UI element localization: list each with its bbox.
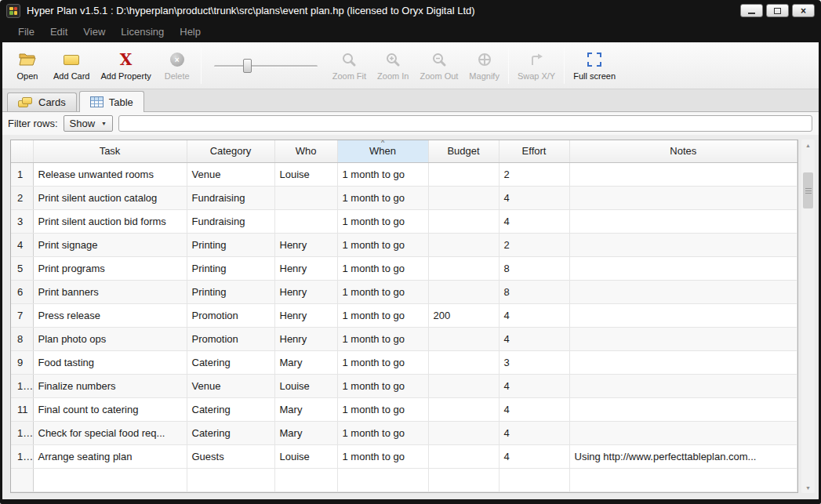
zoom-slider[interactable] (214, 54, 318, 78)
cell-task[interactable]: Print banners (33, 280, 187, 303)
row-number[interactable]: 7 (11, 303, 33, 327)
cell-when[interactable]: 1 month to go (337, 327, 428, 350)
cell-who[interactable]: Henry (274, 303, 337, 327)
scrollbar-thumb[interactable] (803, 172, 813, 208)
cell-task[interactable]: Print signage (33, 233, 187, 256)
cell-budget[interactable] (428, 209, 499, 233)
cell-task[interactable]: Final count to catering (33, 397, 187, 421)
cell-when[interactable]: 1 month to go (337, 444, 428, 468)
cell-category[interactable]: Venue (187, 162, 274, 186)
cell-notes[interactable] (569, 280, 797, 303)
delete-button[interactable]: × Delete (157, 45, 198, 86)
row-number[interactable]: 2 (11, 186, 33, 209)
cell-category[interactable]: Catering (187, 397, 274, 421)
cell-who[interactable]: Louise (274, 374, 337, 397)
row-number[interactable]: 4 (11, 233, 33, 256)
column-header-when[interactable]: ^When (337, 140, 428, 162)
cell-effort[interactable]: 8 (499, 256, 569, 280)
magnify-button[interactable]: Magnify (463, 45, 505, 86)
cell-when[interactable]: 1 month to go (337, 350, 428, 374)
row-number[interactable]: 6 (11, 280, 33, 303)
cell-when[interactable]: 1 month to go (337, 256, 428, 280)
cell-when[interactable]: 1 month to go (337, 303, 428, 327)
cell-task[interactable]: Print silent auction catalog (33, 186, 187, 209)
cell-task[interactable]: Print silent auction bid forms (33, 209, 187, 233)
cell-when[interactable]: 1 month to go (337, 421, 428, 444)
swap-xy-button[interactable]: Swap X/Y (512, 45, 561, 86)
cell-task[interactable]: Press release (33, 303, 187, 327)
cell-effort[interactable]: 2 (499, 233, 569, 256)
cell-effort[interactable]: 3 (499, 350, 569, 374)
cell-task[interactable]: Print programs (33, 256, 187, 280)
cell-notes[interactable] (569, 421, 797, 444)
cell-category[interactable]: Fundraising (187, 186, 274, 209)
open-button[interactable]: Open (7, 45, 48, 86)
cell-who[interactable] (274, 209, 337, 233)
cell-budget[interactable] (428, 444, 499, 468)
cell-budget[interactable] (428, 397, 499, 421)
cell-effort[interactable]: 2 (499, 162, 569, 186)
full-screen-button[interactable]: Full screen (568, 45, 621, 86)
cell-when[interactable]: 1 month to go (337, 233, 428, 256)
cell-when[interactable]: 1 month to go (337, 186, 428, 209)
cell-budget[interactable] (428, 421, 499, 444)
cell-notes[interactable] (569, 303, 797, 327)
cell-who[interactable]: Mary (274, 421, 337, 444)
cell-when[interactable]: 1 month to go (337, 280, 428, 303)
menu-help[interactable]: Help (172, 21, 209, 42)
zoom-out-button[interactable]: Zoom Out (414, 45, 463, 86)
cell-category[interactable]: Catering (187, 350, 274, 374)
cell-budget[interactable]: 200 (428, 303, 499, 327)
cell-who[interactable]: Mary (274, 397, 337, 421)
close-button[interactable]: × (792, 4, 815, 17)
cell-who[interactable]: Louise (274, 444, 337, 468)
cell-budget[interactable] (428, 186, 499, 209)
cell-task[interactable]: Release unwanted rooms (33, 162, 187, 186)
cell-who[interactable]: Henry (274, 280, 337, 303)
cell-category[interactable]: Catering (187, 421, 274, 444)
slider-handle[interactable] (243, 59, 252, 73)
cell-category[interactable]: Printing (187, 256, 274, 280)
cell-task[interactable]: Arrange seating plan (33, 444, 187, 468)
cell-effort[interactable]: 4 (499, 303, 569, 327)
cell-effort[interactable]: 4 (499, 374, 569, 397)
scrollbar-track[interactable] (801, 150, 815, 482)
cell-category[interactable]: Fundraising (187, 209, 274, 233)
cell-effort[interactable]: 8 (499, 280, 569, 303)
add-property-button[interactable]: X Add Property (95, 45, 156, 86)
cell-effort[interactable]: 4 (499, 444, 569, 468)
tab-cards[interactable]: Cards (7, 92, 77, 111)
row-number[interactable]: 9 (11, 350, 33, 374)
cell-when[interactable]: 1 month to go (337, 162, 428, 186)
menu-file[interactable]: File (10, 21, 42, 42)
cell-budget[interactable] (428, 280, 499, 303)
cell-who[interactable]: Henry (274, 256, 337, 280)
cell-budget[interactable] (428, 162, 499, 186)
cell-budget[interactable] (428, 327, 499, 350)
cell-notes[interactable] (569, 327, 797, 350)
cell-effort[interactable]: 4 (499, 397, 569, 421)
cell-effort[interactable]: 4 (499, 209, 569, 233)
cell-budget[interactable] (428, 350, 499, 374)
cell-budget[interactable] (428, 256, 499, 280)
column-header-notes[interactable]: Notes (569, 140, 797, 162)
cell-notes[interactable] (569, 374, 797, 397)
row-number[interactable]: 3 (11, 209, 33, 233)
menu-view[interactable]: View (75, 21, 113, 42)
cell-who[interactable]: Henry (274, 327, 337, 350)
cell-task[interactable]: Plan photo ops (33, 327, 187, 350)
cell-category[interactable]: Promotion (187, 303, 274, 327)
column-header-budget[interactable]: Budget (428, 140, 499, 162)
menu-licensing[interactable]: Licensing (113, 21, 172, 42)
cell-when[interactable]: 1 month to go (337, 374, 428, 397)
cell-notes[interactable] (569, 233, 797, 256)
minimize-button[interactable] (740, 4, 763, 17)
cell-who[interactable]: Louise (274, 162, 337, 186)
vertical-scrollbar[interactable]: ▲ ▼ (801, 140, 815, 493)
cell-notes[interactable]: Using http://www.perfecttableplan.com... (569, 444, 797, 468)
cell-effort[interactable]: 4 (499, 186, 569, 209)
cell-task[interactable]: Finalize numbers (33, 374, 187, 397)
cell-task[interactable]: Check for special food req... (33, 421, 187, 444)
cell-who[interactable]: Mary (274, 350, 337, 374)
cell-who[interactable]: Henry (274, 233, 337, 256)
